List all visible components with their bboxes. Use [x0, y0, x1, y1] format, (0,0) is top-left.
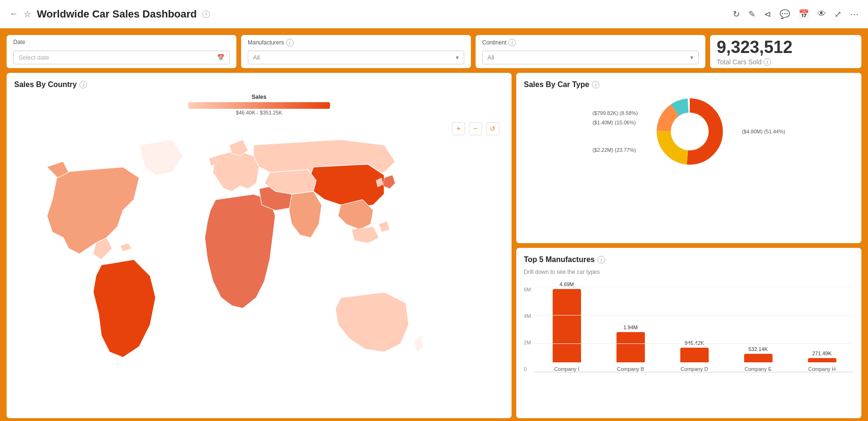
bar-2[interactable]: [680, 348, 709, 362]
header-icons: ↻ ✎ ⊲ 💬 📅 👁 ⤢ ⋯: [733, 9, 859, 19]
total-label: Total Cars Sold i: [717, 58, 855, 66]
total-card: 9,323,512 Total Cars Sold i: [710, 35, 861, 68]
edit-icon[interactable]: ✎: [748, 9, 755, 19]
chevron-down-icon: ▾: [456, 54, 459, 61]
chevron-down-icon: ▾: [690, 54, 694, 61]
top5-info-icon: i: [598, 256, 605, 263]
comment-icon[interactable]: 💬: [780, 9, 790, 19]
sales-by-country-title: Sales By Country i: [14, 80, 504, 89]
pie-labels-right: ($4.80M) (51.44%): [742, 129, 785, 134]
bar-company-d[interactable]: 946.42K Company D: [680, 340, 709, 372]
continent-filter-card: Continent i All ▾: [476, 35, 705, 68]
grid-line-0: [535, 372, 854, 372]
bar-3[interactable]: [744, 354, 773, 362]
top5-subtitle: Drill down to see the car types: [524, 269, 854, 275]
main-content: Sales By Country i Sales $46.40K - $351.…: [2, 73, 866, 421]
legend-label: Sales: [252, 94, 266, 100]
bar-label-3: Company E: [745, 366, 772, 372]
top5-panel: Top 5 Manufactures i Drill down to see t…: [516, 248, 861, 418]
donut-chart: [652, 94, 728, 169]
car-type-info-icon: i: [592, 81, 599, 88]
expand-icon[interactable]: ⤢: [834, 9, 842, 19]
bar-label-2: Company D: [681, 366, 708, 372]
y-label-4m: 4M: [524, 313, 531, 319]
dashboard-title: Worldwide Car Sales Dashboard: [37, 8, 197, 20]
y-label-6m: 6M: [524, 287, 531, 292]
country-info-icon: i: [79, 81, 87, 88]
dashboard-wrapper: Date Select date 📅 Manufacturers i All ▾…: [0, 28, 868, 421]
bar-company-e[interactable]: 532.14K Company E: [744, 346, 773, 372]
y-axis: 0 2M 4M 6M: [524, 287, 535, 372]
header: ← ☆ Worldwide Car Sales Dashboard i ↻ ✎ …: [0, 0, 868, 28]
bar-label-4: Company H: [808, 366, 835, 372]
bar-chart: 0 2M 4M 6M: [524, 279, 854, 383]
manufacturers-select[interactable]: All ▾: [248, 51, 464, 64]
legend-bar: [188, 102, 330, 109]
y-label-0: 0: [524, 366, 531, 372]
total-value: 9,323,512: [717, 37, 855, 57]
y-label-2m: 2M: [524, 340, 531, 345]
calendar-icon[interactable]: 📅: [799, 9, 809, 19]
filter-row: Date Select date 📅 Manufacturers i All ▾…: [2, 30, 866, 73]
manufacturers-filter-card: Manufacturers i All ▾: [241, 35, 471, 68]
total-info-icon: i: [764, 58, 771, 66]
title-info-icon: i: [202, 10, 210, 18]
pie-labels-left: ($799.82K) (8.58%) ($1.40M) (15.06%) ($2…: [592, 110, 638, 153]
pie-label-1: ($1.40M) (15.06%): [592, 120, 638, 125]
star-icon[interactable]: ☆: [24, 9, 31, 19]
bar-company-i[interactable]: 4.69M Company I: [553, 281, 581, 372]
bar-group: 4.69M Company I 1.94M Company B: [535, 287, 854, 372]
world-map[interactable]: [14, 119, 504, 411]
bar-value-4: 271.49K: [812, 351, 832, 356]
bar-company-b[interactable]: 1.94M Company B: [616, 325, 645, 372]
bar-0[interactable]: [553, 289, 581, 362]
pie-label-3: ($4.80M) (51.44%): [742, 129, 785, 134]
legend-range: $46.40K - $351.25K: [236, 110, 282, 115]
manufacturers-info-icon: i: [286, 39, 294, 46]
bar-value-0: 4.69M: [559, 281, 574, 287]
bars-container: 4.69M Company I 1.94M Company B: [535, 287, 854, 372]
pie-label-0: ($799.82K) (8.58%): [592, 110, 638, 116]
sales-by-country-panel: Sales By Country i Sales $46.40K - $351.…: [7, 73, 512, 418]
header-left: ← ☆ Worldwide Car Sales Dashboard i: [9, 8, 210, 20]
bar-label-1: Company B: [617, 366, 644, 372]
date-label: Date: [13, 39, 230, 45]
continent-label: Continent i: [482, 39, 699, 46]
refresh-icon[interactable]: ↻: [733, 9, 740, 19]
bar-label-0: Company I: [554, 366, 579, 372]
view-icon[interactable]: 👁: [817, 9, 826, 19]
date-filter-card: Date Select date 📅: [7, 35, 236, 68]
pie-label-2: ($2.22M) (23.77%): [592, 147, 638, 153]
map-legend: Sales $46.40K - $351.25K: [188, 94, 330, 115]
continent-info-icon: i: [508, 39, 516, 46]
pie-chart-container: ($799.82K) (8.58%) ($1.40M) (15.06%) ($2…: [524, 94, 854, 169]
bar-value-2: 946.42K: [685, 340, 704, 346]
right-panel: Sales By Car Type i ($799.82K) (8.58%) (…: [516, 73, 861, 418]
top5-title: Top 5 Manufactures i: [524, 255, 854, 264]
map-area: Sales $46.40K - $351.25K + − ↺: [14, 94, 504, 411]
sales-by-car-type-panel: Sales By Car Type i ($799.82K) (8.58%) (…: [516, 73, 861, 243]
continent-select[interactable]: All ▾: [482, 51, 699, 64]
svg-point-4: [672, 114, 708, 149]
manufacturers-label: Manufacturers i: [248, 39, 464, 46]
back-icon[interactable]: ←: [9, 9, 18, 19]
bar-4[interactable]: [808, 358, 836, 362]
more-icon[interactable]: ⋯: [850, 9, 859, 19]
car-type-title: Sales By Car Type i: [524, 80, 854, 89]
bar-company-h[interactable]: 271.49K Company H: [808, 351, 836, 372]
bar-value-1: 1.94M: [623, 325, 638, 330]
bar-value-3: 532.14K: [748, 346, 768, 352]
calendar-icon: 📅: [217, 54, 225, 61]
date-input[interactable]: Select date 📅: [13, 51, 230, 64]
bar-1[interactable]: [616, 332, 645, 362]
share-icon[interactable]: ⊲: [764, 9, 771, 19]
